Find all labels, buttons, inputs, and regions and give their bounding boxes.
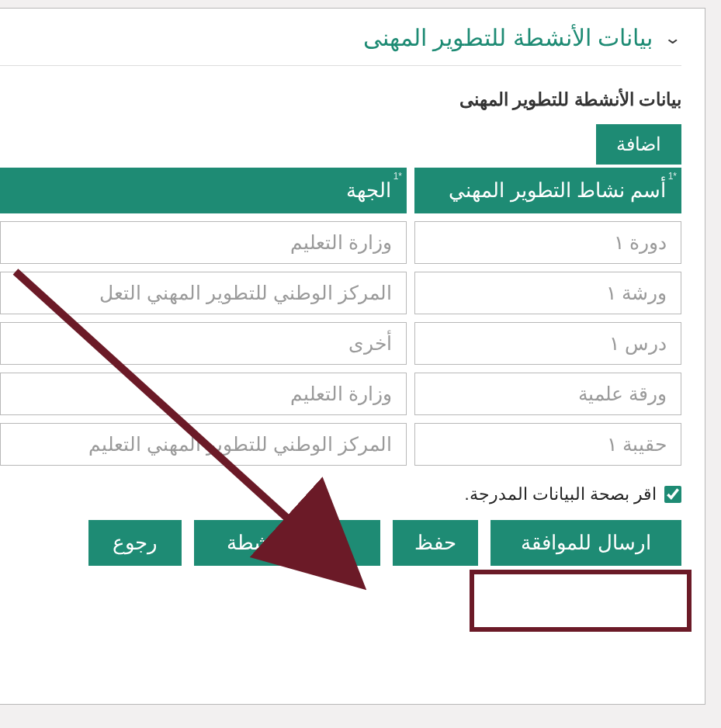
organization-cell[interactable]: أخرى [0,322,407,365]
section-header[interactable]: ⌄ بيانات الأنشطة للتطوير المهنى [0,24,681,66]
table-row: دورة ١ وزارة التعليم [0,221,681,264]
organization-cell[interactable]: وزارة التعليم [0,221,407,264]
column-header-organization: *1 الجهة [0,168,407,213]
activity-name-cell[interactable]: حقيبة ١ [414,423,681,466]
activity-name-cell[interactable]: ورقة علمية [414,373,681,415]
activities-table: *1 أسم نشاط التطوير المهني *1 الجهة دورة… [0,168,681,466]
activity-name-cell[interactable]: دورة ١ [414,221,681,264]
table-row: حقيبة ١ المركز الوطني للتطوير المهني الت… [0,423,681,466]
organization-cell[interactable]: وزارة التعليم [0,373,407,415]
organization-cell[interactable]: المركز الوطني للتطوير المهني التعل [0,272,407,314]
column-header-label: أسم نشاط التطوير المهني [449,179,666,202]
confirm-checkbox[interactable] [664,486,681,503]
column-header-activity-name: *1 أسم نشاط التطوير المهني [414,168,681,213]
add-button[interactable]: اضافة [596,124,681,165]
back-button[interactable]: رجوع [88,520,182,566]
check-activities-button[interactable]: فحص الأنشطة [194,520,380,566]
activity-name-cell[interactable]: درس ١ [414,322,681,365]
required-marker: *1 [393,171,402,182]
organization-cell[interactable]: المركز الوطني للتطوير المهني التعليم [0,423,407,466]
table-header-row: *1 أسم نشاط التطوير المهني *1 الجهة [0,168,681,213]
section-subtitle: بيانات الأنشطة للتطوير المهنى [0,89,681,110]
form-panel: ⌄ بيانات الأنشطة للتطوير المهنى بيانات ا… [0,8,705,705]
action-buttons-row: ارسال للموافقة حفظ فحص الأنشطة رجوع [0,520,681,566]
confirm-data-row[interactable]: اقر بصحة البيانات المدرجة. [0,484,681,504]
table-row: ورقة علمية وزارة التعليم [0,373,681,415]
save-button[interactable]: حفظ [393,520,478,566]
confirm-label: اقر بصحة البيانات المدرجة. [465,484,657,504]
chevron-down-icon: ⌄ [664,29,681,46]
table-row: ورشة ١ المركز الوطني للتطوير المهني التع… [0,272,681,314]
activity-name-cell[interactable]: ورشة ١ [414,272,681,314]
required-marker: *1 [668,171,677,182]
column-header-label: الجهة [346,179,391,202]
submit-approval-button[interactable]: ارسال للموافقة [490,520,681,566]
table-row: درس ١ أخرى [0,322,681,365]
section-title: بيانات الأنشطة للتطوير المهنى [363,24,653,51]
